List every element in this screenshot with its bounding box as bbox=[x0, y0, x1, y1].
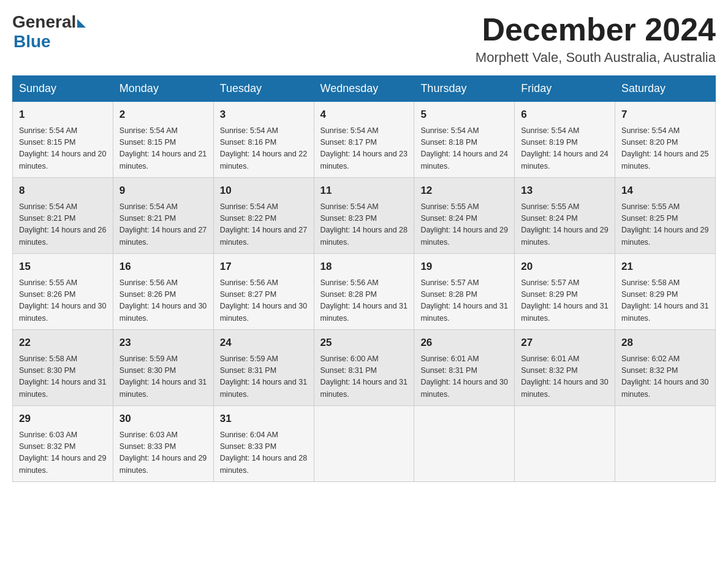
calendar-cell: 7Sunrise: 5:54 AMSunset: 8:20 PMDaylight… bbox=[615, 102, 716, 178]
location-title: Morphett Vale, South Australia, Australi… bbox=[476, 50, 716, 66]
calendar-table: SundayMondayTuesdayWednesdayThursdayFrid… bbox=[12, 75, 716, 482]
day-info: Sunrise: 5:56 AMSunset: 8:27 PMDaylight:… bbox=[220, 277, 308, 325]
day-info: Sunrise: 5:59 AMSunset: 8:30 PMDaylight:… bbox=[119, 353, 207, 401]
day-number: 26 bbox=[420, 335, 508, 351]
day-info: Sunrise: 6:01 AMSunset: 8:31 PMDaylight:… bbox=[420, 353, 508, 401]
day-number: 2 bbox=[119, 107, 207, 123]
day-info: Sunrise: 5:59 AMSunset: 8:31 PMDaylight:… bbox=[220, 353, 308, 401]
day-number: 3 bbox=[220, 107, 308, 123]
calendar-cell: 11Sunrise: 5:54 AMSunset: 8:23 PMDayligh… bbox=[314, 178, 414, 254]
day-number: 24 bbox=[220, 335, 308, 351]
day-number: 30 bbox=[119, 411, 207, 427]
calendar-cell: 3Sunrise: 5:54 AMSunset: 8:16 PMDaylight… bbox=[213, 102, 314, 178]
day-info: Sunrise: 5:54 AMSunset: 8:17 PMDaylight:… bbox=[320, 125, 408, 173]
day-number: 25 bbox=[320, 335, 408, 351]
calendar-cell: 12Sunrise: 5:55 AMSunset: 8:24 PMDayligh… bbox=[414, 178, 515, 254]
day-info: Sunrise: 6:00 AMSunset: 8:31 PMDaylight:… bbox=[320, 353, 408, 401]
week-row-1: 1Sunrise: 5:54 AMSunset: 8:15 PMDaylight… bbox=[13, 102, 716, 178]
calendar-cell: 18Sunrise: 5:56 AMSunset: 8:28 PMDayligh… bbox=[314, 254, 414, 330]
weekday-header-monday: Monday bbox=[113, 76, 213, 102]
calendar-cell bbox=[515, 406, 615, 482]
day-info: Sunrise: 6:02 AMSunset: 8:32 PMDaylight:… bbox=[621, 353, 709, 401]
day-info: Sunrise: 5:58 AMSunset: 8:29 PMDaylight:… bbox=[621, 277, 709, 325]
page-header: General Blue December 2024 Morphett Vale… bbox=[12, 12, 716, 66]
day-info: Sunrise: 5:54 AMSunset: 8:18 PMDaylight:… bbox=[420, 125, 508, 173]
day-info: Sunrise: 5:54 AMSunset: 8:15 PMDaylight:… bbox=[19, 125, 107, 173]
weekday-header-sunday: Sunday bbox=[13, 76, 113, 102]
day-number: 8 bbox=[19, 183, 107, 199]
calendar-cell: 28Sunrise: 6:02 AMSunset: 8:32 PMDayligh… bbox=[615, 330, 716, 406]
day-info: Sunrise: 5:54 AMSunset: 8:19 PMDaylight:… bbox=[521, 125, 609, 173]
day-number: 12 bbox=[420, 183, 508, 199]
day-info: Sunrise: 5:55 AMSunset: 8:26 PMDaylight:… bbox=[19, 277, 107, 325]
weekday-header-wednesday: Wednesday bbox=[314, 76, 414, 102]
day-number: 17 bbox=[220, 259, 308, 275]
day-info: Sunrise: 5:56 AMSunset: 8:28 PMDaylight:… bbox=[320, 277, 408, 325]
day-info: Sunrise: 5:57 AMSunset: 8:28 PMDaylight:… bbox=[420, 277, 508, 325]
calendar-cell: 26Sunrise: 6:01 AMSunset: 8:31 PMDayligh… bbox=[414, 330, 515, 406]
calendar-cell: 23Sunrise: 5:59 AMSunset: 8:30 PMDayligh… bbox=[113, 330, 213, 406]
calendar-cell: 6Sunrise: 5:54 AMSunset: 8:19 PMDaylight… bbox=[515, 102, 615, 178]
day-number: 20 bbox=[521, 259, 609, 275]
day-number: 11 bbox=[320, 183, 408, 199]
calendar-cell: 30Sunrise: 6:03 AMSunset: 8:33 PMDayligh… bbox=[113, 406, 213, 482]
calendar-cell: 29Sunrise: 6:03 AMSunset: 8:32 PMDayligh… bbox=[13, 406, 113, 482]
logo: General Blue bbox=[12, 12, 86, 52]
calendar-cell: 9Sunrise: 5:54 AMSunset: 8:21 PMDaylight… bbox=[113, 178, 213, 254]
day-number: 21 bbox=[621, 259, 709, 275]
calendar-cell: 19Sunrise: 5:57 AMSunset: 8:28 PMDayligh… bbox=[414, 254, 515, 330]
weekday-header-saturday: Saturday bbox=[615, 76, 716, 102]
day-number: 28 bbox=[621, 335, 709, 351]
day-number: 15 bbox=[19, 259, 107, 275]
day-number: 7 bbox=[621, 107, 709, 123]
weekday-header-thursday: Thursday bbox=[414, 76, 515, 102]
calendar-cell: 20Sunrise: 5:57 AMSunset: 8:29 PMDayligh… bbox=[515, 254, 615, 330]
calendar-cell: 4Sunrise: 5:54 AMSunset: 8:17 PMDaylight… bbox=[314, 102, 414, 178]
day-info: Sunrise: 5:54 AMSunset: 8:23 PMDaylight:… bbox=[320, 201, 408, 249]
calendar-cell: 25Sunrise: 6:00 AMSunset: 8:31 PMDayligh… bbox=[314, 330, 414, 406]
calendar-cell: 1Sunrise: 5:54 AMSunset: 8:15 PMDaylight… bbox=[13, 102, 113, 178]
calendar-cell: 5Sunrise: 5:54 AMSunset: 8:18 PMDaylight… bbox=[414, 102, 515, 178]
calendar-cell: 8Sunrise: 5:54 AMSunset: 8:21 PMDaylight… bbox=[13, 178, 113, 254]
weekday-header-tuesday: Tuesday bbox=[213, 76, 314, 102]
calendar-cell: 22Sunrise: 5:58 AMSunset: 8:30 PMDayligh… bbox=[13, 330, 113, 406]
month-title: December 2024 bbox=[476, 12, 716, 47]
calendar-cell: 31Sunrise: 6:04 AMSunset: 8:33 PMDayligh… bbox=[213, 406, 314, 482]
calendar-cell bbox=[414, 406, 515, 482]
day-number: 13 bbox=[521, 183, 609, 199]
day-info: Sunrise: 5:54 AMSunset: 8:20 PMDaylight:… bbox=[621, 125, 709, 173]
day-info: Sunrise: 5:55 AMSunset: 8:24 PMDaylight:… bbox=[521, 201, 609, 249]
day-number: 6 bbox=[521, 107, 609, 123]
weekday-header-row: SundayMondayTuesdayWednesdayThursdayFrid… bbox=[13, 76, 716, 102]
day-info: Sunrise: 5:55 AMSunset: 8:24 PMDaylight:… bbox=[420, 201, 508, 249]
day-info: Sunrise: 5:54 AMSunset: 8:16 PMDaylight:… bbox=[220, 125, 308, 173]
day-info: Sunrise: 5:58 AMSunset: 8:30 PMDaylight:… bbox=[19, 353, 107, 401]
day-info: Sunrise: 5:57 AMSunset: 8:29 PMDaylight:… bbox=[521, 277, 609, 325]
calendar-cell: 17Sunrise: 5:56 AMSunset: 8:27 PMDayligh… bbox=[213, 254, 314, 330]
day-number: 9 bbox=[119, 183, 207, 199]
day-number: 16 bbox=[119, 259, 207, 275]
calendar-cell: 27Sunrise: 6:01 AMSunset: 8:32 PMDayligh… bbox=[515, 330, 615, 406]
weekday-header-friday: Friday bbox=[515, 76, 615, 102]
day-number: 18 bbox=[320, 259, 408, 275]
day-number: 23 bbox=[119, 335, 207, 351]
day-info: Sunrise: 5:54 AMSunset: 8:15 PMDaylight:… bbox=[119, 125, 207, 173]
day-number: 4 bbox=[320, 107, 408, 123]
day-info: Sunrise: 6:04 AMSunset: 8:33 PMDaylight:… bbox=[220, 429, 308, 477]
day-info: Sunrise: 5:54 AMSunset: 8:21 PMDaylight:… bbox=[119, 201, 207, 249]
week-row-4: 22Sunrise: 5:58 AMSunset: 8:30 PMDayligh… bbox=[13, 330, 716, 406]
day-info: Sunrise: 5:55 AMSunset: 8:25 PMDaylight:… bbox=[621, 201, 709, 249]
calendar-cell: 2Sunrise: 5:54 AMSunset: 8:15 PMDaylight… bbox=[113, 102, 213, 178]
title-area: December 2024 Morphett Vale, South Austr… bbox=[476, 12, 716, 66]
day-number: 19 bbox=[420, 259, 508, 275]
day-info: Sunrise: 5:54 AMSunset: 8:22 PMDaylight:… bbox=[220, 201, 308, 249]
day-number: 27 bbox=[521, 335, 609, 351]
logo-triangle-icon bbox=[77, 19, 86, 28]
calendar-cell bbox=[615, 406, 716, 482]
day-info: Sunrise: 5:54 AMSunset: 8:21 PMDaylight:… bbox=[19, 201, 107, 249]
day-info: Sunrise: 6:01 AMSunset: 8:32 PMDaylight:… bbox=[521, 353, 609, 401]
week-row-3: 15Sunrise: 5:55 AMSunset: 8:26 PMDayligh… bbox=[13, 254, 716, 330]
calendar-cell: 10Sunrise: 5:54 AMSunset: 8:22 PMDayligh… bbox=[213, 178, 314, 254]
logo-blue-text: Blue bbox=[13, 32, 51, 52]
calendar-cell: 13Sunrise: 5:55 AMSunset: 8:24 PMDayligh… bbox=[515, 178, 615, 254]
